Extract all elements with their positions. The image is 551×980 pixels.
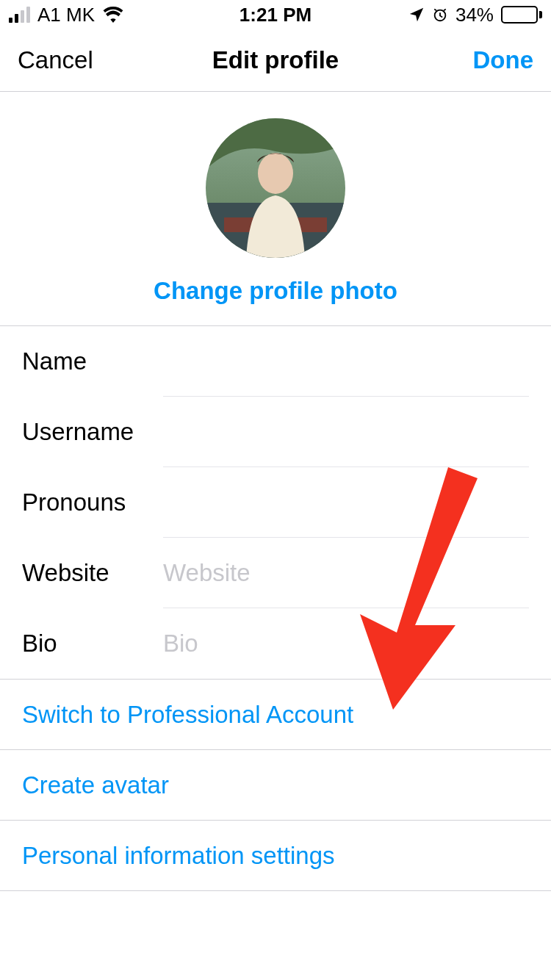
alarm-icon: [432, 7, 448, 23]
pronouns-input[interactable]: [163, 489, 529, 516]
username-label: Username: [22, 418, 163, 446]
website-row: Website: [0, 538, 551, 608]
name-row: Name: [0, 326, 551, 397]
battery-icon: [501, 6, 542, 24]
signal-strength-icon: [9, 7, 30, 23]
done-button[interactable]: Done: [445, 46, 533, 74]
username-row: Username: [0, 397, 551, 467]
pronouns-row: Pronouns: [0, 467, 551, 538]
pronouns-label: Pronouns: [22, 489, 163, 516]
profile-photo[interactable]: [206, 118, 345, 258]
website-input[interactable]: [163, 559, 529, 587]
cancel-button[interactable]: Cancel: [18, 46, 106, 74]
bio-input[interactable]: [163, 630, 529, 657]
photo-section: Change profile photo: [0, 92, 551, 326]
name-input[interactable]: [163, 347, 529, 375]
carrier-label: A1 MK: [37, 4, 95, 26]
bio-row: Bio: [0, 608, 551, 679]
svg-point-3: [258, 153, 293, 194]
personal-info-settings-link[interactable]: Personal information settings: [0, 821, 551, 891]
battery-percent: 34%: [455, 4, 494, 26]
status-bar: A1 MK 1:21 PM 34%: [0, 0, 551, 29]
switch-professional-account-link[interactable]: Switch to Professional Account: [0, 680, 551, 750]
status-right: 34%: [408, 4, 542, 26]
location-icon: [408, 7, 425, 23]
website-label: Website: [22, 559, 163, 587]
status-left: A1 MK: [9, 4, 124, 26]
bio-label: Bio: [22, 630, 163, 657]
links-section: Switch to Professional Account Create av…: [0, 680, 551, 891]
create-avatar-link[interactable]: Create avatar: [0, 750, 551, 821]
nav-bar: Cancel Edit profile Done: [0, 29, 551, 92]
form-section: Name Username Pronouns Website Bio: [0, 326, 551, 680]
status-time: 1:21 PM: [240, 4, 311, 26]
change-photo-button[interactable]: Change profile photo: [154, 277, 397, 305]
name-label: Name: [22, 347, 163, 375]
wifi-icon: [102, 7, 124, 23]
page-title: Edit profile: [212, 46, 339, 74]
username-input[interactable]: [163, 418, 529, 446]
